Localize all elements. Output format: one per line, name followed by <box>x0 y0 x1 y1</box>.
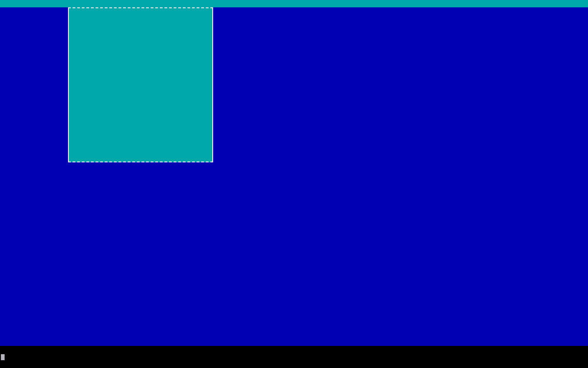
function-key-bar <box>0 361 588 368</box>
right-file-panel <box>291 7 588 346</box>
command-dropdown-menu <box>68 7 213 162</box>
terminal-cursor <box>1 354 5 360</box>
mc-terminal-screen <box>0 0 588 368</box>
shell-prompt[interactable] <box>1 354 5 361</box>
menu-bar <box>0 0 588 7</box>
